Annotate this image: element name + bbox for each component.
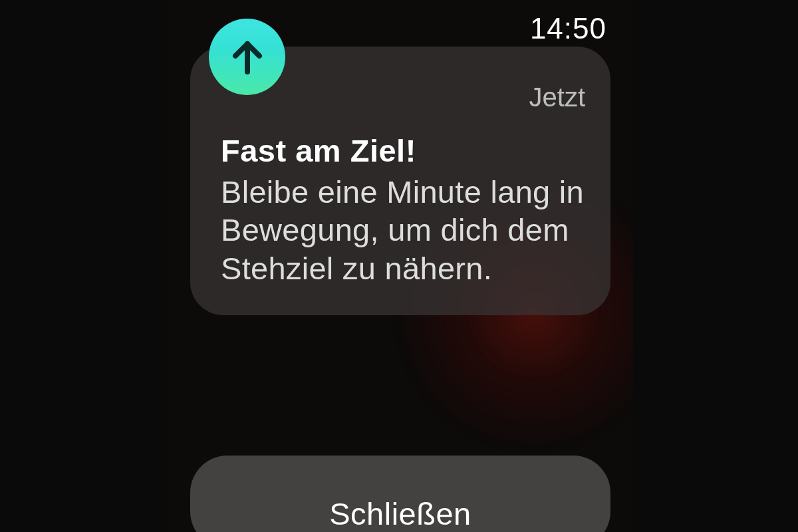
watch-screen: 14:50 Jetzt Fast am Ziel! Bleibe eine Mi… (168, 0, 633, 532)
notification-body: Bleibe eine Minute lang in Bewegung, um … (221, 173, 585, 287)
pillarbox-right (633, 0, 798, 532)
notification-timestamp: Jetzt (221, 82, 585, 112)
close-button[interactable]: Schließen (190, 456, 610, 532)
pillarbox-left (0, 0, 168, 532)
stand-arrow-up-icon (209, 19, 285, 95)
status-bar-time: 14:50 (530, 12, 606, 45)
close-button-label: Schließen (329, 495, 471, 532)
notification-title: Fast am Ziel! (221, 132, 585, 169)
